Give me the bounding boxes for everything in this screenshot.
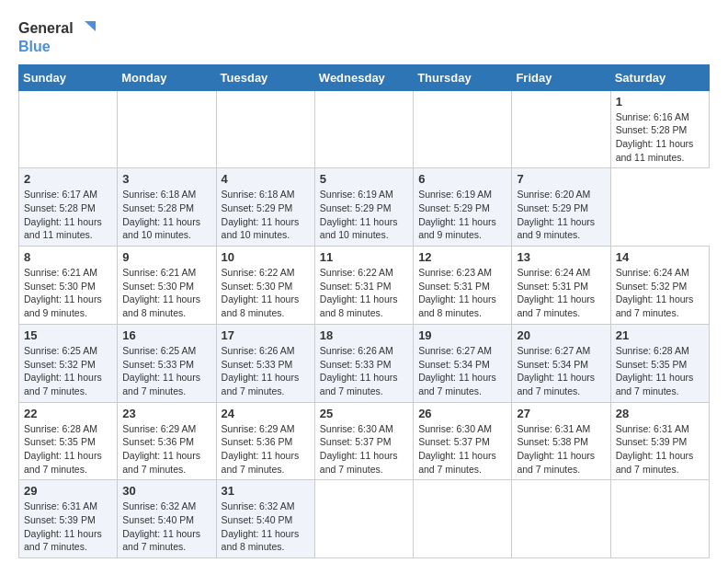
logo: General Blue bbox=[18, 18, 96, 55]
day-number: 16 bbox=[122, 328, 210, 342]
calendar-cell: 27Sunrise: 6:31 AMSunset: 5:38 PMDayligh… bbox=[512, 402, 610, 480]
calendar-cell: 9Sunrise: 6:21 AMSunset: 5:30 PMDaylight… bbox=[118, 247, 216, 325]
day-info: Sunrise: 6:18 AMSunset: 5:28 PMDaylight:… bbox=[122, 188, 210, 242]
logo-blue-text: Blue bbox=[18, 39, 51, 54]
calendar-cell bbox=[512, 90, 610, 168]
calendar-cell: 21Sunrise: 6:28 AMSunset: 5:35 PMDayligh… bbox=[610, 324, 709, 402]
day-number: 18 bbox=[320, 328, 408, 342]
logo-general-text: General bbox=[18, 20, 74, 37]
calendar-cell: 6Sunrise: 6:19 AMSunset: 5:29 PMDaylight… bbox=[414, 168, 512, 247]
calendar-cell: 25Sunrise: 6:30 AMSunset: 5:37 PMDayligh… bbox=[314, 402, 413, 480]
day-number: 8 bbox=[24, 250, 112, 264]
calendar-cell bbox=[314, 480, 413, 558]
day-info: Sunrise: 6:32 AMSunset: 5:40 PMDaylight:… bbox=[222, 500, 310, 554]
day-info: Sunrise: 6:19 AMSunset: 5:29 PMDaylight:… bbox=[418, 188, 506, 242]
calendar-week-row: 2Sunrise: 6:17 AMSunset: 5:28 PMDaylight… bbox=[19, 168, 710, 247]
day-info: Sunrise: 6:31 AMSunset: 5:39 PMDaylight:… bbox=[24, 500, 112, 554]
day-number: 2 bbox=[24, 172, 112, 186]
day-number: 10 bbox=[222, 250, 310, 264]
day-info: Sunrise: 6:19 AMSunset: 5:29 PMDaylight:… bbox=[320, 188, 408, 242]
day-number: 21 bbox=[616, 328, 704, 342]
calendar-cell: 3Sunrise: 6:18 AMSunset: 5:28 PMDaylight… bbox=[118, 168, 216, 247]
svg-marker-0 bbox=[85, 21, 96, 31]
day-info: Sunrise: 6:17 AMSunset: 5:28 PMDaylight:… bbox=[24, 188, 112, 242]
day-info: Sunrise: 6:25 AMSunset: 5:33 PMDaylight:… bbox=[122, 344, 210, 398]
day-number: 7 bbox=[517, 172, 605, 186]
day-number: 29 bbox=[24, 484, 112, 498]
day-info: Sunrise: 6:29 AMSunset: 5:36 PMDaylight:… bbox=[122, 422, 210, 477]
calendar-cell: 19Sunrise: 6:27 AMSunset: 5:34 PMDayligh… bbox=[414, 324, 512, 402]
calendar-cell: 22Sunrise: 6:28 AMSunset: 5:35 PMDayligh… bbox=[19, 402, 118, 480]
calendar-cell: 5Sunrise: 6:19 AMSunset: 5:29 PMDaylight… bbox=[314, 168, 413, 247]
calendar-week-row: 29Sunrise: 6:31 AMSunset: 5:39 PMDayligh… bbox=[19, 480, 710, 558]
calendar-header-tuesday: Tuesday bbox=[216, 64, 314, 90]
day-info: Sunrise: 6:22 AMSunset: 5:31 PMDaylight:… bbox=[320, 266, 408, 320]
calendar-cell: 31Sunrise: 6:32 AMSunset: 5:40 PMDayligh… bbox=[216, 480, 314, 558]
calendar-cell: 15Sunrise: 6:25 AMSunset: 5:32 PMDayligh… bbox=[19, 324, 118, 402]
calendar-table: SundayMondayTuesdayWednesdayThursdayFrid… bbox=[18, 64, 710, 559]
day-number: 14 bbox=[616, 250, 704, 264]
day-number: 11 bbox=[320, 250, 408, 264]
day-info: Sunrise: 6:30 AMSunset: 5:37 PMDaylight:… bbox=[320, 422, 408, 477]
day-number: 6 bbox=[418, 172, 506, 186]
calendar-header-row: SundayMondayTuesdayWednesdayThursdayFrid… bbox=[19, 64, 710, 90]
calendar-cell bbox=[314, 90, 413, 168]
calendar-cell: 7Sunrise: 6:20 AMSunset: 5:29 PMDaylight… bbox=[512, 168, 610, 247]
calendar-cell: 26Sunrise: 6:30 AMSunset: 5:37 PMDayligh… bbox=[414, 402, 512, 480]
day-number: 26 bbox=[418, 407, 506, 420]
day-info: Sunrise: 6:29 AMSunset: 5:36 PMDaylight:… bbox=[222, 422, 310, 477]
day-info: Sunrise: 6:23 AMSunset: 5:31 PMDaylight:… bbox=[418, 266, 506, 320]
day-number: 15 bbox=[24, 328, 112, 342]
day-number: 4 bbox=[222, 172, 310, 186]
day-info: Sunrise: 6:27 AMSunset: 5:34 PMDaylight:… bbox=[517, 344, 605, 398]
day-number: 12 bbox=[418, 250, 506, 264]
calendar-week-row: 1Sunrise: 6:16 AMSunset: 5:28 PMDaylight… bbox=[19, 90, 710, 168]
calendar-week-row: 22Sunrise: 6:28 AMSunset: 5:35 PMDayligh… bbox=[19, 402, 710, 480]
day-number: 25 bbox=[320, 407, 408, 420]
calendar-header-saturday: Saturday bbox=[610, 64, 709, 90]
day-number: 20 bbox=[517, 328, 605, 342]
calendar-cell: 18Sunrise: 6:26 AMSunset: 5:33 PMDayligh… bbox=[314, 324, 413, 402]
calendar-week-row: 8Sunrise: 6:21 AMSunset: 5:30 PMDaylight… bbox=[19, 247, 710, 325]
calendar-header-thursday: Thursday bbox=[414, 64, 512, 90]
day-info: Sunrise: 6:21 AMSunset: 5:30 PMDaylight:… bbox=[24, 266, 112, 320]
calendar-cell: 20Sunrise: 6:27 AMSunset: 5:34 PMDayligh… bbox=[512, 324, 610, 402]
day-number: 24 bbox=[222, 407, 310, 420]
calendar-cell bbox=[414, 90, 512, 168]
day-info: Sunrise: 6:28 AMSunset: 5:35 PMDaylight:… bbox=[24, 422, 112, 477]
calendar-cell bbox=[414, 480, 512, 558]
calendar-header-wednesday: Wednesday bbox=[314, 64, 413, 90]
calendar-cell bbox=[216, 90, 314, 168]
calendar-header-sunday: Sunday bbox=[19, 64, 118, 90]
day-number: 13 bbox=[517, 250, 605, 264]
calendar-cell: 16Sunrise: 6:25 AMSunset: 5:33 PMDayligh… bbox=[118, 324, 216, 402]
day-info: Sunrise: 6:26 AMSunset: 5:33 PMDaylight:… bbox=[222, 344, 310, 398]
calendar-cell: 14Sunrise: 6:24 AMSunset: 5:32 PMDayligh… bbox=[610, 247, 709, 325]
calendar-cell bbox=[19, 90, 118, 168]
calendar-cell bbox=[610, 480, 709, 558]
day-number: 17 bbox=[222, 328, 310, 342]
day-info: Sunrise: 6:31 AMSunset: 5:39 PMDaylight:… bbox=[616, 422, 704, 477]
day-number: 23 bbox=[122, 407, 210, 420]
day-number: 30 bbox=[122, 484, 210, 498]
day-info: Sunrise: 6:30 AMSunset: 5:37 PMDaylight:… bbox=[418, 422, 506, 477]
calendar-cell: 11Sunrise: 6:22 AMSunset: 5:31 PMDayligh… bbox=[314, 247, 413, 325]
calendar-cell: 4Sunrise: 6:18 AMSunset: 5:29 PMDaylight… bbox=[216, 168, 314, 247]
calendar-cell bbox=[512, 480, 610, 558]
calendar-cell bbox=[118, 90, 216, 168]
calendar-cell: 17Sunrise: 6:26 AMSunset: 5:33 PMDayligh… bbox=[216, 324, 314, 402]
calendar-cell: 28Sunrise: 6:31 AMSunset: 5:39 PMDayligh… bbox=[610, 402, 709, 480]
day-info: Sunrise: 6:26 AMSunset: 5:33 PMDaylight:… bbox=[320, 344, 408, 398]
day-number: 5 bbox=[320, 172, 408, 186]
day-number: 1 bbox=[616, 95, 704, 109]
day-info: Sunrise: 6:21 AMSunset: 5:30 PMDaylight:… bbox=[122, 266, 210, 320]
day-info: Sunrise: 6:28 AMSunset: 5:35 PMDaylight:… bbox=[616, 344, 704, 398]
day-number: 9 bbox=[122, 250, 210, 264]
day-number: 19 bbox=[418, 328, 506, 342]
calendar-header-monday: Monday bbox=[118, 64, 216, 90]
header: General Blue bbox=[18, 18, 710, 55]
calendar-cell: 12Sunrise: 6:23 AMSunset: 5:31 PMDayligh… bbox=[414, 247, 512, 325]
day-info: Sunrise: 6:16 AMSunset: 5:28 PMDaylight:… bbox=[616, 110, 704, 165]
day-number: 31 bbox=[222, 484, 310, 498]
calendar-header-friday: Friday bbox=[512, 64, 610, 90]
